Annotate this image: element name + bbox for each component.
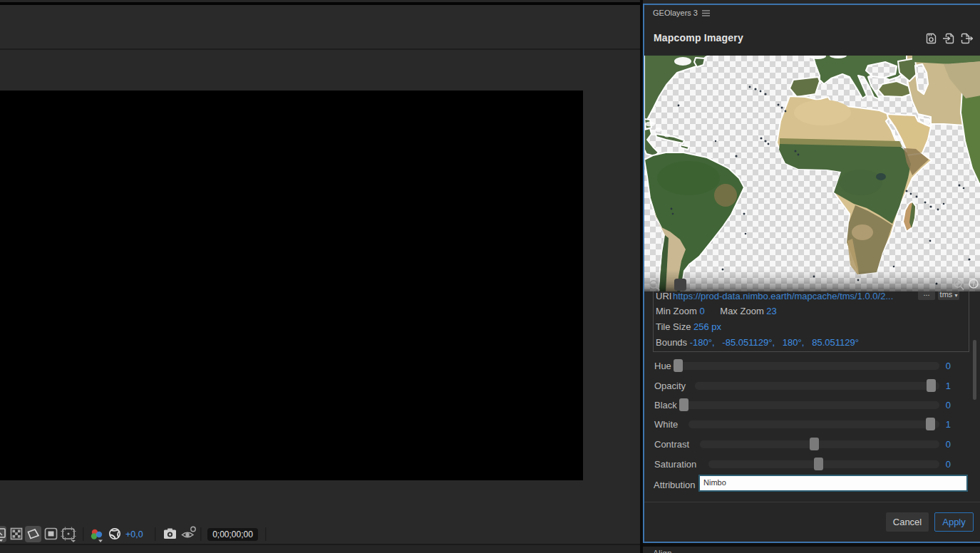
- svg-text:0;00;00;00: 0;00;00;00: [212, 529, 253, 539]
- svg-text:+0,0: +0,0: [125, 529, 143, 539]
